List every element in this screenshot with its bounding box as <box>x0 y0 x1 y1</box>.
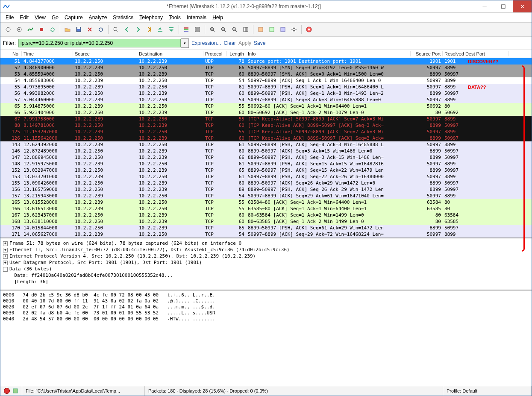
go-last-button[interactable] <box>166 24 176 35</box>
expand-box-icon[interactable]: + <box>3 261 8 265</box>
col-info[interactable]: Info <box>246 51 411 56</box>
packet-row[interactable]: 12511.15320700010.2.2.23910.2.2.250TCP55… <box>0 129 532 135</box>
detail-line[interactable]: -Data (36 bytes) <box>3 266 529 272</box>
capture-filters-button[interactable] <box>256 24 266 35</box>
menu-analyze[interactable]: Analyze <box>86 14 110 21</box>
expand-box-icon[interactable]: + <box>3 241 8 246</box>
filter-dropdown[interactable]: ▾ <box>181 38 189 48</box>
packet-row[interactable]: 15513.09042600010.2.2.25010.2.2.239TCP60… <box>0 180 532 186</box>
packet-row[interactable]: 15213.03294700010.2.2.25010.2.2.239TCP65… <box>0 167 532 173</box>
status-profile[interactable]: Profile: Default <box>443 386 532 396</box>
menu-internals[interactable]: Internals <box>184 14 209 21</box>
hex-line[interactable]: 0000 74 d0 2b c5 9c 36 d8 b0 4c fe 00 72… <box>3 292 529 298</box>
detail-line[interactable]: +Internet Protocol Version 4, Src: 10.2.… <box>3 253 529 259</box>
preferences-button[interactable] <box>289 24 299 35</box>
packet-row[interactable]: 14712.88694500010.2.2.25010.2.2.239TCP66… <box>0 154 532 161</box>
detail-line[interactable]: +User Datagram Protocol, Src Port: 1901 … <box>3 259 529 266</box>
resize-columns-button[interactable] <box>241 24 251 35</box>
col-time[interactable]: Time <box>22 51 73 56</box>
packet-row[interactable]: 16813.63811000010.2.2.25010.2.2.239TCP60… <box>0 218 532 225</box>
go-to-packet-button[interactable] <box>144 24 154 35</box>
display-filters-button[interactable] <box>267 24 277 35</box>
filter-clear-link[interactable]: Clear <box>223 40 236 46</box>
find-packet-button[interactable] <box>111 24 121 35</box>
detail-line[interactable]: Data: ff24010a640a0202fad8b04cfe00730100… <box>3 272 529 279</box>
menu-file[interactable]: File <box>3 14 16 21</box>
zoom-in-button[interactable] <box>207 24 218 35</box>
packet-row[interactable]: 15613.16575900010.2.2.25010.2.2.239TCP89… <box>0 186 532 193</box>
col-src[interactable]: Source <box>73 51 137 56</box>
close-button[interactable]: ✕ <box>513 0 532 12</box>
packet-row[interactable]: 17014.01584400010.2.2.25010.2.2.239TCP65… <box>0 225 532 231</box>
open-file-button[interactable] <box>62 24 73 35</box>
hex-line[interactable]: 0030 02 02 fa d8 b0 4c fe 00 73 01 00 01… <box>3 310 529 316</box>
col-len[interactable]: Length <box>227 51 246 56</box>
packet-row[interactable]: 575.04446000010.2.2.23910.2.2.250TCP5450… <box>0 97 532 103</box>
packet-row[interactable]: 888.14978100010.2.2.25010.2.2.239TCP60[T… <box>0 122 532 129</box>
packet-row[interactable]: 15713.21594300010.2.2.23910.2.2.250TCP54… <box>0 193 532 199</box>
minimize-button[interactable]: ─ <box>475 0 494 12</box>
menu-telephony[interactable]: Telephony <box>137 14 165 21</box>
menu-tools[interactable]: Tools <box>166 14 183 21</box>
col-dport[interactable]: Resolved Dest Port <box>443 51 509 56</box>
menu-statistics[interactable]: Statistics <box>110 14 136 21</box>
detail-line[interactable]: [Length: 36] <box>3 279 529 285</box>
zoom-reset-button[interactable]: 1 <box>229 24 240 35</box>
col-dst[interactable]: Destination <box>137 51 203 56</box>
capture-options-button[interactable] <box>14 24 24 35</box>
filter-input[interactable] <box>18 39 181 47</box>
reload-button[interactable] <box>96 24 106 35</box>
packet-row[interactable]: 877.99175800010.2.2.23910.2.2.250TCP55[T… <box>0 116 532 122</box>
menu-help[interactable]: Help <box>210 14 226 21</box>
packet-row[interactable]: 16713.62343700010.2.2.25010.2.2.239TCP60… <box>0 212 532 218</box>
coloring-rules-button[interactable] <box>278 24 288 35</box>
hex-line[interactable]: 0010 00 40 10 7d 00 00 ff 11 91 43 0a 02… <box>3 298 529 304</box>
menu-go[interactable]: Go <box>49 14 61 21</box>
packet-row[interactable]: 14612.87248900010.2.2.25010.2.2.239TCP60… <box>0 148 532 154</box>
colorize-button[interactable] <box>181 24 191 35</box>
packet-row[interactable]: 544.85568300010.2.2.23910.2.2.250TCP5450… <box>0 77 532 84</box>
filter-apply-link[interactable]: Apply <box>238 40 251 46</box>
expert-info-button[interactable] <box>0 386 22 396</box>
packet-row[interactable]: 15313.03320100010.2.2.23910.2.2.250TCP61… <box>0 173 532 180</box>
packet-row[interactable]: 16613.61651300010.2.2.23910.2.2.250TCP55… <box>0 205 532 212</box>
go-forward-button[interactable] <box>133 24 143 35</box>
zoom-out-button[interactable] <box>218 24 229 35</box>
packet-row[interactable]: 17114.06562700010.2.2.23910.2.2.250TCP54… <box>0 231 532 238</box>
packet-list-body[interactable]: 514.84437700010.2.2.25010.2.2.239UDP78So… <box>0 58 532 238</box>
packet-row[interactable]: 665.92340400010.2.2.25010.2.2.239TCP6080… <box>0 109 532 116</box>
menu-capture[interactable]: Capture <box>62 14 85 21</box>
save-file-button[interactable] <box>73 24 84 35</box>
packet-list-pane[interactable]: No. Time Source Destination Protocol Len… <box>0 50 532 238</box>
packet-row[interactable]: 564.99398200010.2.2.25010.2.2.239TCP6088… <box>0 90 532 97</box>
packet-row[interactable]: 14312.62439200010.2.2.23910.2.2.250TCP61… <box>0 141 532 148</box>
packet-details-pane[interactable]: +Frame 51: 78 bytes on wire (624 bits), … <box>0 238 532 290</box>
auto-scroll-button[interactable] <box>192 24 203 35</box>
filter-save-link[interactable]: Save <box>254 40 265 46</box>
packet-row[interactable]: 534.85559400010.2.2.25010.2.2.239TCP6088… <box>0 71 532 77</box>
start-capture-button[interactable] <box>25 24 35 35</box>
hex-line[interactable]: 0040 2d 48 54 57 00 00 00 00 00 00 00 00… <box>3 316 529 322</box>
packet-row[interactable]: 514.84437700010.2.2.25010.2.2.239UDP78So… <box>0 58 532 65</box>
go-first-button[interactable] <box>155 24 165 35</box>
help-button[interactable] <box>304 24 314 35</box>
packet-bytes-pane[interactable]: 0000 74 d0 2b c5 9c 36 d8 b0 4c fe 00 72… <box>0 290 532 386</box>
list-interfaces-button[interactable] <box>3 24 13 35</box>
filter-expression-link[interactable]: Expression... <box>191 40 221 46</box>
packet-row[interactable]: 655.91487500010.2.2.23910.2.2.250TCP5550… <box>0 103 532 109</box>
packet-row[interactable]: 554.97389500010.2.2.23910.2.2.250TCP6150… <box>0 84 532 90</box>
stop-capture-button[interactable] <box>36 24 47 35</box>
expand-box-icon[interactable]: - <box>3 267 8 272</box>
menu-edit[interactable]: Edit <box>17 14 31 21</box>
packet-row[interactable]: 14812.91597500010.2.2.23910.2.2.250TCP61… <box>0 161 532 167</box>
expand-box-icon[interactable]: + <box>3 248 8 252</box>
packet-row[interactable]: 524.84690000010.2.2.23910.2.2.250TCP6650… <box>0 65 532 71</box>
menu-view[interactable]: View <box>32 14 48 21</box>
hex-line[interactable]: 0020 02 ef 07 6d 07 6d 00 2c 7f 1f ff 24… <box>3 304 529 310</box>
packet-row[interactable]: 16513.61552800010.2.2.23910.2.2.250TCP55… <box>0 199 532 205</box>
detail-line[interactable]: +Ethernet II, Src: JinanUsr_fe:00:72 (d8… <box>3 246 529 253</box>
close-file-button[interactable] <box>85 24 95 35</box>
col-no[interactable]: No. <box>0 51 22 56</box>
packet-row[interactable]: 12611.15564200010.2.2.25010.2.2.239TCP60… <box>0 135 532 141</box>
packet-list-header[interactable]: No. Time Source Destination Protocol Len… <box>0 50 532 58</box>
